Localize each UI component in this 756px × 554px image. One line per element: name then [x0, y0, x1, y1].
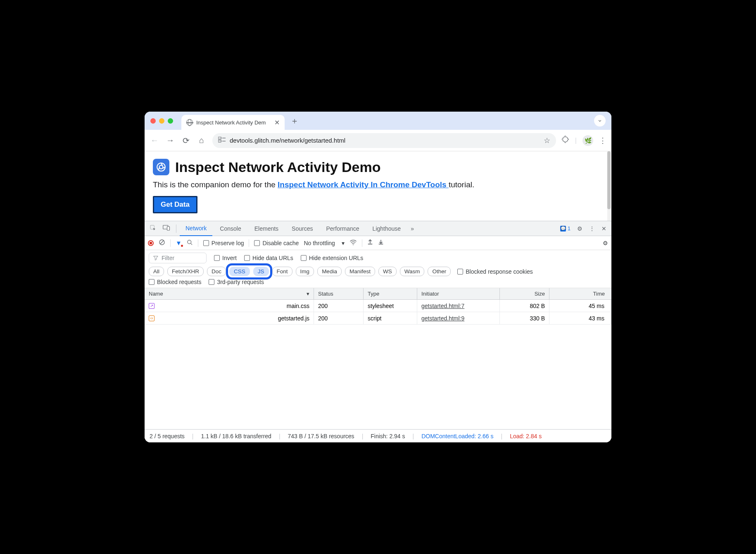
network-conditions-icon[interactable]: [349, 239, 357, 246]
network-settings-icon[interactable]: ⚙: [603, 240, 608, 246]
svg-point-11: [188, 240, 191, 244]
inspect-element-icon[interactable]: [147, 224, 159, 232]
status-resources: 743 B / 17.5 kB resources: [288, 433, 354, 439]
col-initiator[interactable]: Initiator: [417, 288, 500, 299]
page-title: Inspect Network Activity Demo: [175, 159, 381, 175]
issues-badge[interactable]: 💬1: [558, 225, 573, 232]
disable-cache-checkbox[interactable]: Disable cache: [254, 240, 299, 246]
table-row[interactable]: ↗main.css200stylesheetgetstarted.html:78…: [145, 300, 611, 312]
tab-network[interactable]: Network: [180, 221, 212, 236]
chevron-down-icon: [597, 118, 603, 124]
type-pill-manifest[interactable]: Manifest: [345, 267, 375, 276]
type-pill-media[interactable]: Media: [317, 267, 342, 276]
type-pill-wasm[interactable]: Wasm: [400, 267, 425, 276]
svg-point-5: [159, 165, 163, 169]
back-button[interactable]: ←: [150, 136, 159, 145]
extensions-icon[interactable]: [562, 136, 569, 145]
type-pill-js[interactable]: JS: [253, 267, 269, 276]
filter-toggle-icon[interactable]: ▼: [176, 239, 182, 246]
tab-console[interactable]: Console: [214, 221, 247, 236]
page-scrollbar[interactable]: [607, 151, 611, 221]
forward-button[interactable]: →: [165, 136, 175, 145]
device-toggle-icon[interactable]: [160, 225, 173, 232]
page-subtitle: This is the companion demo for the Inspe…: [153, 180, 603, 189]
type-pill-all[interactable]: All: [149, 267, 164, 276]
tutorial-link[interactable]: Inspect Network Activity In Chrome DevTo…: [278, 180, 449, 189]
close-devtools-icon[interactable]: ✕: [599, 225, 609, 232]
status-load: Load: 2.84 s: [510, 433, 542, 439]
invert-checkbox[interactable]: Invert: [214, 255, 237, 261]
export-har-icon[interactable]: [378, 239, 384, 247]
type-pill-img[interactable]: Img: [296, 267, 314, 276]
home-button[interactable]: ⌂: [197, 136, 207, 145]
col-time[interactable]: Time: [549, 288, 611, 299]
hide-extension-urls-checkbox[interactable]: Hide extension URLs: [301, 255, 364, 261]
blocked-requests-checkbox[interactable]: Blocked requests: [149, 279, 201, 285]
more-tabs-icon[interactable]: »: [408, 225, 416, 232]
reload-button[interactable]: ⟳: [181, 136, 191, 146]
address-bar[interactable]: devtools.glitch.me/network/getstarted.ht…: [212, 133, 556, 148]
devtools-menu-icon[interactable]: ⋮: [587, 225, 597, 232]
filter-input[interactable]: Filter: [149, 253, 207, 263]
tab-performance[interactable]: Performance: [320, 221, 365, 236]
close-window-button[interactable]: [150, 118, 156, 124]
status-finish: Finish: 2.94 s: [371, 433, 405, 439]
col-size[interactable]: Size: [500, 288, 549, 299]
svg-rect-8: [167, 227, 170, 230]
tab-elements[interactable]: Elements: [249, 221, 284, 236]
svg-point-13: [353, 244, 354, 245]
type-pill-ws[interactable]: WS: [378, 267, 397, 276]
browser-tab[interactable]: Inspect Network Activity Dem ✕: [181, 115, 285, 130]
search-icon[interactable]: [187, 239, 193, 247]
table-row[interactable]: ‹›getstarted.js200scriptgetstarted.html:…: [145, 312, 611, 325]
initiator-link[interactable]: getstarted.html:9: [421, 315, 464, 322]
browser-toolbar: ← → ⟳ ⌂ devtools.glitch.me/network/getst…: [145, 130, 611, 151]
network-grid: Name▾ Status Type Initiator Size Time ↗m…: [145, 288, 611, 429]
bookmark-star-icon[interactable]: ☆: [544, 136, 550, 145]
grid-header: Name▾ Status Type Initiator Size Time: [145, 288, 611, 300]
tab-strip: Inspect Network Activity Dem ✕ ＋: [145, 112, 611, 130]
js-file-icon: ‹›: [149, 315, 155, 321]
status-transferred: 1.1 kB / 18.6 kB transferred: [201, 433, 271, 439]
initiator-link[interactable]: getstarted.html:7: [421, 303, 464, 309]
funnel-icon: [153, 256, 158, 260]
browser-menu-button[interactable]: ⋮: [599, 136, 606, 145]
new-tab-button[interactable]: ＋: [290, 115, 299, 127]
grid-body: ↗main.css200stylesheetgetstarted.html:78…: [145, 300, 611, 429]
site-controls-icon[interactable]: [218, 137, 226, 144]
third-party-checkbox[interactable]: 3rd-party requests: [209, 279, 264, 285]
css-file-icon: ↗: [149, 303, 155, 309]
close-tab-button[interactable]: ✕: [274, 119, 280, 127]
type-pill-font[interactable]: Font: [272, 267, 292, 276]
tab-lighthouse[interactable]: Lighthouse: [367, 221, 407, 236]
type-pill-css[interactable]: CSS: [229, 267, 250, 276]
profile-avatar[interactable]: 🌿: [582, 135, 593, 146]
preserve-log-checkbox[interactable]: Preserve log: [203, 240, 244, 246]
status-requests: 2 / 5 requests: [150, 433, 185, 439]
throttling-select[interactable]: No throttling▾: [304, 240, 344, 246]
status-domcontentloaded: DOMContentLoaded: 2.66 s: [421, 433, 493, 439]
devtools-tab-bar: Network Console Elements Sources Perform…: [145, 221, 611, 236]
record-button[interactable]: [148, 240, 154, 246]
window-controls: [150, 118, 173, 124]
expand-window-button[interactable]: [594, 115, 606, 127]
type-pill-fetch-xhr[interactable]: Fetch/XHR: [167, 267, 204, 276]
get-data-button[interactable]: Get Data: [153, 196, 197, 213]
import-har-icon[interactable]: [367, 239, 373, 247]
maximize-window-button[interactable]: [168, 118, 173, 124]
svg-rect-1: [218, 140, 221, 142]
type-pill-other[interactable]: Other: [428, 267, 451, 276]
settings-gear-icon[interactable]: ⚙: [575, 225, 585, 232]
url-text: devtools.glitch.me/network/getstarted.ht…: [230, 137, 345, 144]
browser-window: Inspect Network Activity Dem ✕ ＋ ← → ⟳ ⌂…: [145, 112, 611, 442]
minimize-window-button[interactable]: [159, 118, 164, 124]
col-status[interactable]: Status: [314, 288, 364, 299]
blocked-cookies-checkbox[interactable]: Blocked response cookies: [457, 268, 533, 275]
col-type[interactable]: Type: [364, 288, 417, 299]
clear-button[interactable]: [159, 239, 165, 247]
col-name[interactable]: Name▾: [145, 288, 314, 299]
type-pill-doc[interactable]: Doc: [207, 267, 226, 276]
tab-sources[interactable]: Sources: [286, 221, 319, 236]
hide-data-urls-checkbox[interactable]: Hide data URLs: [244, 255, 293, 261]
network-status-bar: 2 / 5 requests| 1.1 kB / 18.6 kB transfe…: [145, 429, 611, 442]
